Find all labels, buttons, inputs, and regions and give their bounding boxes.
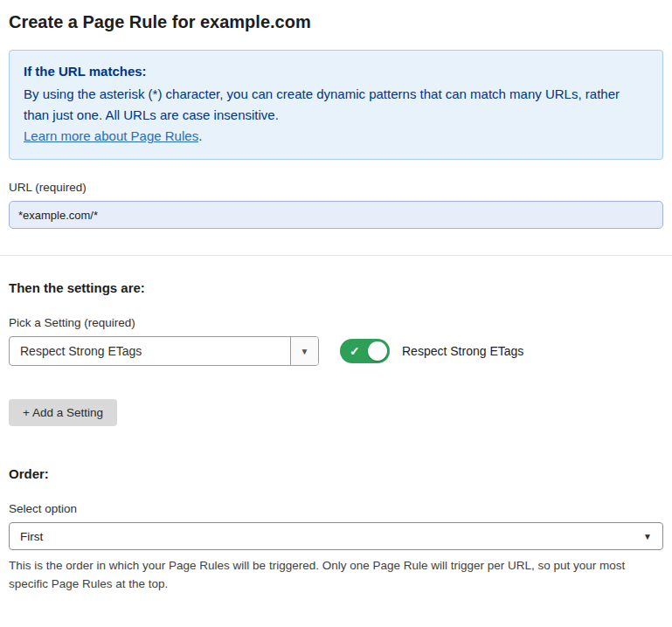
url-match-info-box: If the URL matches: By using the asteris… (9, 50, 663, 160)
order-help-text: This is the order in which your Page Rul… (9, 557, 660, 594)
setting-select-value: Respect Strong ETags (10, 337, 290, 365)
check-icon: ✓ (350, 344, 360, 358)
info-box-link-line: Learn more about Page Rules. (24, 126, 648, 147)
chevron-down-icon: ▼ (643, 532, 652, 541)
add-setting-button[interactable]: + Add a Setting (9, 399, 117, 426)
url-field-label: URL (required) (9, 181, 663, 194)
link-period: . (198, 128, 202, 143)
setting-select-dropdown-button[interactable]: ▼ (290, 337, 318, 365)
setting-picker-label: Pick a Setting (required) (9, 316, 663, 329)
settings-section-heading: Then the settings are: (9, 280, 663, 295)
order-section-heading: Order: (9, 466, 663, 481)
info-box-body: By using the asterisk (*) character, you… (24, 84, 648, 126)
order-select-label: Select option (9, 502, 663, 515)
url-input[interactable] (9, 201, 663, 229)
info-box-heading: If the URL matches: (24, 61, 648, 82)
section-divider (0, 255, 672, 256)
page-title: Create a Page Rule for example.com (9, 12, 663, 32)
toggle-label: Respect Strong ETags (402, 344, 523, 358)
setting-select[interactable]: Respect Strong ETags ▼ (9, 336, 319, 366)
setting-row: Respect Strong ETags ▼ ✓ Respect Strong … (9, 336, 663, 366)
toggle-knob (368, 341, 387, 361)
page-rule-form: Create a Page Rule for example.com If th… (0, 0, 672, 627)
order-select[interactable]: First ▼ (9, 522, 663, 550)
order-select-value: First (20, 530, 43, 543)
learn-more-link[interactable]: Learn more about Page Rules (24, 128, 198, 143)
setting-toggle[interactable]: ✓ (340, 339, 390, 363)
chevron-down-icon: ▼ (301, 347, 309, 356)
